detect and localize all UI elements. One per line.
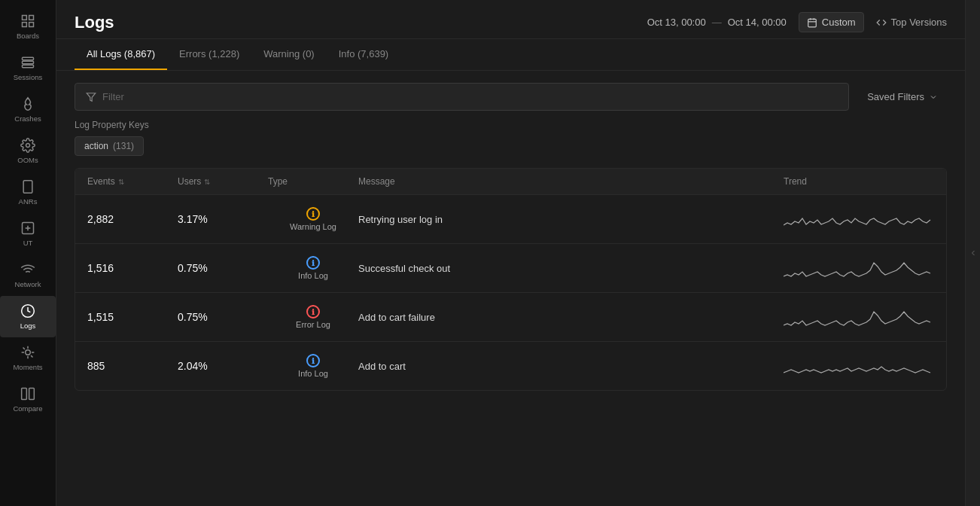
cell-type-2: ℹ Info Log bbox=[268, 256, 358, 280]
header-trend: Trend bbox=[784, 176, 934, 187]
filter-icon bbox=[86, 92, 96, 102]
property-keys-label: Log Property Keys bbox=[75, 120, 947, 130]
cell-trend-2 bbox=[784, 253, 934, 283]
tab-warning[interactable]: Warning (0) bbox=[251, 39, 326, 70]
sparkline-2 bbox=[784, 255, 934, 282]
calendar-button[interactable]: Custom bbox=[799, 12, 864, 32]
saved-filters-button[interactable]: Saved Filters bbox=[858, 85, 947, 108]
svg-rect-21 bbox=[29, 389, 35, 400]
sidebar-item-crashes[interactable]: Crashes bbox=[0, 89, 56, 130]
sort-users-icon: ⇅ bbox=[204, 178, 210, 186]
error-type-icon: ℹ bbox=[306, 305, 320, 319]
svg-rect-4 bbox=[23, 57, 34, 59]
type-label-4: Info Log bbox=[298, 369, 328, 378]
svg-rect-20 bbox=[22, 389, 27, 400]
anr-icon bbox=[20, 179, 35, 194]
tab-all-logs[interactable]: All Logs (8,867) bbox=[75, 39, 167, 70]
svg-point-13 bbox=[26, 350, 31, 355]
sidebar-label-moments: Moments bbox=[13, 363, 42, 371]
svg-rect-0 bbox=[23, 16, 27, 20]
sidebar-label-crashes: Crashes bbox=[14, 114, 41, 123]
sidebar-item-ooms[interactable]: OOMs bbox=[0, 130, 56, 172]
header-events[interactable]: Events ⇅ bbox=[87, 176, 178, 187]
sidebar-item-anrs[interactable]: ANRs bbox=[0, 172, 56, 213]
filter-input[interactable]: Filter bbox=[75, 83, 849, 111]
header-users[interactable]: Users ⇅ bbox=[178, 176, 268, 187]
warning-type-icon: ℹ bbox=[306, 207, 320, 221]
tabs-bar: All Logs (8,867) Errors (1,228) Warning … bbox=[56, 39, 965, 71]
cell-message-1: Retrying user log in bbox=[358, 214, 784, 225]
svg-rect-5 bbox=[23, 61, 34, 63]
sidebar-label-ut: UT bbox=[23, 239, 33, 247]
sidebar-item-sessions[interactable]: Sessions bbox=[0, 47, 56, 89]
cell-events-4: 885 bbox=[87, 360, 178, 372]
date-range: Oct 13, 00:00 — Oct 14, 00:00 bbox=[647, 17, 787, 28]
versions-label: Top Versions bbox=[891, 17, 947, 28]
property-tag-name: action bbox=[84, 141, 108, 151]
sidebar-label-compare: Compare bbox=[13, 404, 42, 413]
cell-users-2: 0.75% bbox=[178, 262, 268, 274]
svg-line-16 bbox=[23, 348, 25, 349]
versions-button[interactable]: Top Versions bbox=[876, 17, 947, 28]
svg-rect-22 bbox=[808, 19, 817, 26]
cell-trend-3 bbox=[784, 302, 934, 332]
sidebar-label-sessions: Sessions bbox=[14, 73, 43, 81]
sidebar-item-compare[interactable]: Compare bbox=[0, 379, 56, 420]
table-row[interactable]: 1,515 0.75% ℹ Error Log Add to cart fail… bbox=[75, 293, 946, 342]
sidebar-item-ut[interactable]: UT bbox=[0, 213, 56, 255]
sidebar-item-network[interactable]: Network bbox=[0, 255, 56, 296]
wifi-icon bbox=[20, 262, 35, 277]
sidebar-item-logs[interactable]: Logs bbox=[0, 296, 56, 337]
svg-point-7 bbox=[26, 144, 30, 148]
svg-rect-2 bbox=[23, 23, 27, 27]
table-row[interactable]: 1,516 0.75% ℹ Info Log Successful check … bbox=[75, 244, 946, 293]
header-type: Type bbox=[268, 176, 358, 187]
panel-handle[interactable] bbox=[965, 0, 980, 506]
chevron-left-icon bbox=[969, 248, 978, 258]
property-tag-count: (131) bbox=[113, 141, 134, 151]
cell-type-1: ℹ Warning Log bbox=[268, 207, 358, 231]
sidebar-item-boards[interactable]: Boards bbox=[0, 6, 56, 47]
cell-events-3: 1,515 bbox=[87, 311, 178, 323]
flame-icon bbox=[20, 96, 35, 111]
cell-message-4: Add to cart bbox=[358, 361, 784, 372]
cell-trend-1 bbox=[784, 204, 934, 234]
filter-placeholder: Filter bbox=[102, 91, 124, 102]
cell-trend-4 bbox=[784, 351, 934, 381]
cell-message-3: Add to cart failure bbox=[358, 312, 784, 323]
logs-table: Events ⇅ Users ⇅ Type Message Trend bbox=[75, 168, 947, 391]
header-message: Message bbox=[358, 176, 784, 187]
svg-line-17 bbox=[31, 355, 32, 357]
property-tag-action[interactable]: action (131) bbox=[75, 136, 144, 156]
cell-events-1: 2,882 bbox=[87, 213, 178, 225]
sparkline-1 bbox=[784, 206, 934, 233]
chevron-down-icon bbox=[929, 93, 938, 102]
type-label-2: Info Log bbox=[298, 271, 328, 280]
sidebar-label-ooms: OOMs bbox=[17, 156, 38, 164]
cell-message-2: Successful check out bbox=[358, 263, 784, 274]
grid-icon bbox=[20, 14, 35, 29]
date-separator: — bbox=[712, 17, 722, 28]
tab-info[interactable]: Info (7,639) bbox=[327, 39, 401, 70]
svg-marker-26 bbox=[87, 93, 96, 101]
table-row[interactable]: 885 2.04% ℹ Info Log Add to cart bbox=[75, 342, 946, 390]
cell-users-1: 3.17% bbox=[178, 213, 268, 225]
svg-rect-1 bbox=[29, 16, 34, 20]
sidebar: Boards Sessions Crashes OOMs ANRs bbox=[0, 0, 56, 506]
logs-icon bbox=[20, 303, 35, 319]
sort-events-icon: ⇅ bbox=[118, 178, 124, 186]
svg-rect-6 bbox=[23, 65, 34, 67]
tab-errors[interactable]: Errors (1,228) bbox=[167, 39, 251, 70]
info-type-icon-2: ℹ bbox=[306, 354, 320, 367]
svg-rect-8 bbox=[23, 181, 32, 194]
cell-events-2: 1,516 bbox=[87, 262, 178, 274]
table-row[interactable]: 2,882 3.17% ℹ Warning Log Retrying user … bbox=[75, 195, 946, 244]
cell-type-4: ℹ Info Log bbox=[268, 354, 358, 378]
sidebar-item-moments[interactable]: Moments bbox=[0, 337, 56, 379]
type-label-1: Warning Log bbox=[290, 222, 336, 231]
sidebar-label-anrs: ANRs bbox=[19, 197, 38, 206]
cell-users-3: 0.75% bbox=[178, 311, 268, 323]
compare-icon bbox=[20, 386, 35, 401]
content-area: Filter Saved Filters Log Property Keys a… bbox=[56, 71, 965, 506]
code-icon bbox=[876, 17, 887, 28]
